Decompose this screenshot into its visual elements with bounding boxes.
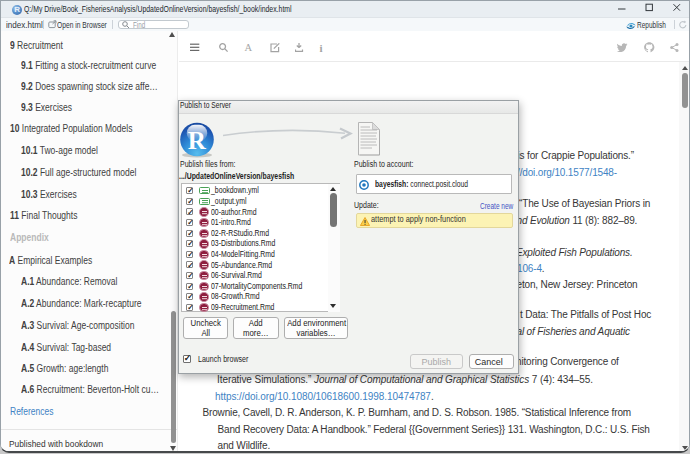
svg-text:R: R (187, 126, 206, 153)
